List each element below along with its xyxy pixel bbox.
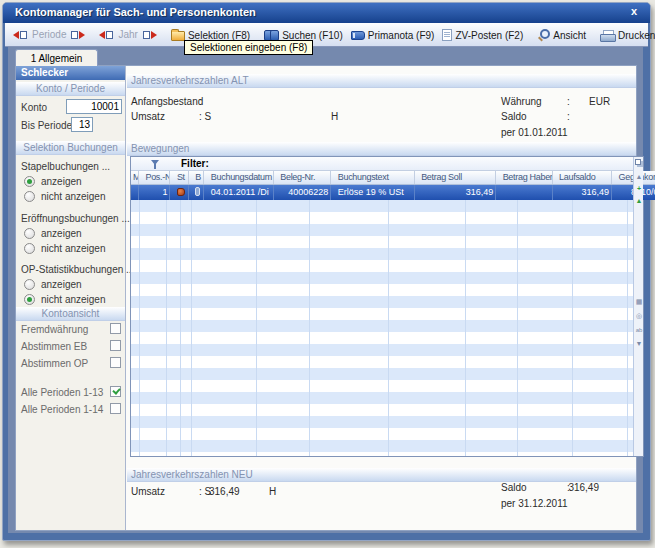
column-header-pos-nr[interactable]: Pos.-Nr	[143, 171, 170, 184]
radio-label[interactable]: anzeigen	[41, 228, 82, 239]
zv-posten-label: ZV-Posten (F2)	[455, 30, 523, 41]
scroll-up-icon[interactable]: ▲	[634, 173, 644, 181]
grid-filter-row[interactable]: Filter:	[131, 157, 633, 171]
view-grid-icon[interactable]: ▦	[634, 298, 644, 306]
row-laufsaldo: 316,49	[557, 185, 612, 200]
table-row-selected[interactable]: 1 04.01.2011 /Di 40006228 Erlöse 19 % US…	[131, 185, 655, 200]
column-header-buchungsdatum[interactable]: Buchungsdatum	[209, 171, 274, 184]
umsatz-neu-value: 316,49	[209, 486, 247, 497]
ansicht-label: Ansicht	[553, 30, 586, 41]
title-bar: Kontomanager für Sach- und Personenkonte…	[3, 3, 650, 23]
column-header-betrag-soll[interactable]: Betrag Soll	[419, 171, 496, 184]
book-icon	[351, 31, 365, 40]
jahr-prev-button[interactable]	[95, 27, 118, 43]
row-pos-nr: 1	[143, 185, 170, 200]
radio-stapel-anzeigen[interactable]	[24, 176, 35, 187]
column-header-laufsaldo[interactable]: Laufsaldo	[557, 171, 612, 184]
radio-label[interactable]: nicht anzeigen	[41, 243, 106, 254]
row-st-cell	[175, 185, 189, 200]
checkbox-fremdwaehrung[interactable]	[110, 323, 121, 334]
primanota-label: Primanota (F9)	[368, 30, 435, 41]
filter-funnel-icon[interactable]	[151, 160, 159, 165]
radio-label[interactable]: nicht anzeigen	[41, 191, 106, 202]
drucken-label: Drucken	[618, 30, 655, 41]
bookings-grid: Filter: M Pos.-Nr St B Buchungsdatum Bel…	[130, 156, 644, 457]
per-alt-label: per 01.01.2011	[501, 127, 568, 138]
check-label-abstimmen-eb: Abstimmen EB	[21, 341, 87, 352]
content-area: 1 Allgemein Schlecker Konto / Periode Ko…	[8, 47, 643, 533]
umsatz-neu-label: Umsatz	[131, 486, 165, 497]
magnifier-small-icon[interactable]: ◎	[634, 312, 644, 320]
waehrung-value: EUR	[589, 96, 610, 107]
binoculars-icon	[264, 29, 279, 41]
account-title: Schlecker	[16, 66, 125, 80]
jahr-next-button[interactable]	[138, 27, 161, 43]
radio-op-anzeigen[interactable]	[24, 279, 35, 290]
radio-stapel-nicht-anzeigen[interactable]	[24, 191, 35, 202]
anfangsbestand-colon: :	[199, 96, 202, 107]
radio-eroeffnung-anzeigen[interactable]	[24, 228, 35, 239]
column-chooser-icon[interactable]	[635, 159, 641, 165]
append-plus-icon[interactable]: +	[634, 185, 644, 193]
periode-label: Periode	[32, 29, 66, 40]
filter-small-icon[interactable]: ▼	[634, 340, 644, 348]
window-title: Kontomanager für Sach- und Personenkonte…	[15, 6, 256, 18]
radio-eroeffnung-nicht-anzeigen[interactable]	[24, 243, 35, 254]
radio-label[interactable]: nicht anzeigen	[41, 294, 106, 305]
ansicht-button[interactable]: Ansicht	[533, 26, 590, 43]
column-header-st[interactable]: St	[175, 171, 189, 184]
umsatz-alt-soll: : S	[199, 111, 211, 122]
radio-label[interactable]: anzeigen	[41, 279, 82, 290]
column-header-betrag-haben[interactable]: Betrag Haben	[501, 171, 553, 184]
section-header-konto-periode: Konto / Periode	[16, 82, 125, 96]
printer-icon	[600, 30, 615, 41]
periode-prev-icon	[13, 29, 28, 41]
tooltip: Selektionen eingeben (F8)	[184, 40, 313, 55]
right-area: Jahresverkehrszahlen ALT Anfangsbestand …	[127, 66, 636, 530]
primanota-button[interactable]: Primanota (F9)	[347, 27, 439, 43]
grid-empty-rows	[131, 200, 635, 456]
jump-up-icon[interactable]: ▲	[634, 197, 644, 205]
column-header-b[interactable]: B	[193, 171, 204, 184]
saldo-alt-colon: :	[567, 111, 570, 122]
text-edit-icon[interactable]: ab	[634, 326, 644, 334]
checkbox-alle-perioden-1-13[interactable]	[110, 386, 121, 397]
toolbar: Periode Jahr Selektion (F8) Suchen (F10)…	[5, 23, 648, 47]
main-panel: Schlecker Konto / Periode Konto 10001 Bi…	[15, 65, 637, 531]
check-label-alle-perioden-1-13: Alle Perioden 1-13	[21, 387, 103, 398]
konto-input[interactable]: 10001	[66, 99, 122, 114]
periode-prev-button[interactable]	[9, 27, 32, 43]
jahr-prev-icon	[99, 29, 114, 41]
tab-allgemein[interactable]: 1 Allgemein	[15, 49, 98, 66]
umsatz-alt-label: Umsatz	[131, 111, 165, 122]
jahr-label: Jahr	[118, 29, 137, 40]
drucken-button[interactable]: Drucken	[596, 27, 655, 43]
stamp-icon	[177, 188, 185, 196]
bis-periode-input[interactable]: 13	[71, 117, 93, 132]
document-icon	[442, 29, 452, 41]
column-header-buchungstext[interactable]: Buchungstext	[336, 171, 415, 184]
app-window: Kontomanager für Sach- und Personenkonte…	[2, 2, 651, 541]
column-header-beleg-nr[interactable]: Beleg-Nr.	[278, 171, 331, 184]
saldo-neu-label: Saldo	[501, 482, 527, 493]
close-button[interactable]: x	[628, 5, 640, 17]
column-header-m[interactable]: M	[131, 171, 139, 184]
group-header-jvz-alt: Jahresverkehrszahlen ALT	[127, 74, 636, 88]
folder-icon	[171, 31, 185, 41]
grid-header-row: M Pos.-Nr St B Buchungsdatum Beleg-Nr. B…	[131, 171, 655, 185]
periode-next-button[interactable]	[66, 27, 89, 43]
check-label-fremdwaehrung: Fremdwährung	[21, 324, 88, 335]
checkbox-alle-perioden-1-14[interactable]	[110, 403, 121, 414]
waehrung-colon: :	[567, 96, 570, 107]
umsatz-alt-haben: H	[331, 111, 338, 122]
radio-op-nicht-anzeigen[interactable]	[24, 294, 35, 305]
radio-label[interactable]: anzeigen	[41, 176, 82, 187]
checkbox-abstimmen-op[interactable]	[110, 357, 121, 368]
checkbox-abstimmen-eb[interactable]	[110, 340, 121, 351]
zv-posten-button[interactable]: ZV-Posten (F2)	[438, 27, 527, 43]
magnifier-icon	[537, 28, 550, 41]
row-marker-cell	[131, 185, 139, 200]
group-label-eroeffnungsbuchungen: Eröffnungsbuchungen ...	[21, 213, 130, 224]
attachment-icon	[195, 187, 200, 196]
waehrung-label: Währung	[501, 96, 542, 107]
